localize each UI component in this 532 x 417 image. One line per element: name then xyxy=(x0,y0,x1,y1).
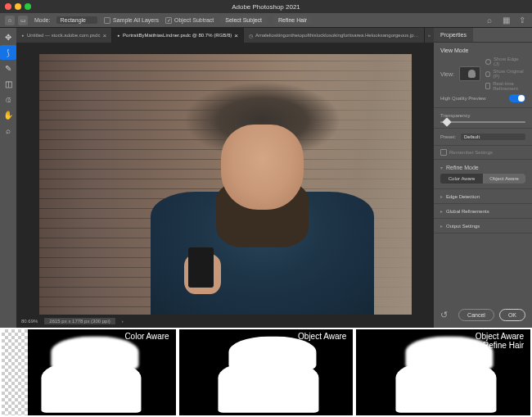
share-icon[interactable]: ⇪ xyxy=(517,16,527,25)
tab-icon: ⬥ xyxy=(21,33,25,38)
radio-icon xyxy=(485,59,491,65)
canvas-icon[interactable]: ▭ xyxy=(18,16,28,25)
properties-tab[interactable]: Properties xyxy=(434,28,473,42)
show-original-option[interactable]: Show Original (P) xyxy=(485,69,525,79)
edge-detection-section[interactable]: ▸ Edge Detection xyxy=(434,189,532,204)
object-aware-button[interactable]: Object Aware xyxy=(483,174,525,184)
checkbox-icon xyxy=(440,149,447,156)
view-mode-thumbnail[interactable] xyxy=(459,66,480,81)
comparison-object-aware: Object Aware xyxy=(179,329,354,415)
window-controls xyxy=(0,3,31,10)
tab-overflow-icon[interactable]: » xyxy=(425,33,434,38)
close-icon[interactable]: × xyxy=(234,32,238,39)
preset-select[interactable]: Default xyxy=(461,134,525,140)
document-tab[interactable]: ⬥ PortraitByMatthiasLindner.psdc @ 80.7%… xyxy=(112,28,244,43)
chevron-right-icon: ▸ xyxy=(440,193,443,199)
transparency-slider[interactable] xyxy=(440,121,525,123)
reset-icon[interactable]: ↺ xyxy=(440,310,448,320)
global-refinements-section[interactable]: ▸ Global Refinements xyxy=(434,204,532,219)
tab-icon: ⬥ xyxy=(117,33,120,38)
workspace-icon[interactable]: ▦ xyxy=(501,16,511,25)
remember-label: Remember Settings xyxy=(449,150,493,155)
output-settings-section[interactable]: ▸ Output Settings xyxy=(434,219,532,233)
brush-tool[interactable]: ✎ xyxy=(0,61,16,75)
panel-tabs: Properties xyxy=(434,28,532,43)
document-info[interactable]: 2615 px x 1778 px (300 ppi) xyxy=(44,318,115,324)
canvas-area xyxy=(16,43,434,315)
quick-select-tool[interactable]: ✥ xyxy=(0,29,16,44)
photoshop-window: Adobe Photoshop 2021 ⌂ ▭ Mode: Rectangle… xyxy=(0,0,532,328)
tool-palette: ✥ ⟆ ✎ ◫ ⟃ ✋ ⌕ xyxy=(0,28,16,328)
document-tab[interactable]: ◷ Amaleliositingonthetopofthislocklosoki… xyxy=(244,28,425,43)
titlebar: Adobe Photoshop 2021 xyxy=(0,0,532,13)
sample-all-layers-checkbox[interactable]: Sample All Layers xyxy=(104,17,159,24)
object-subtract-checkbox[interactable]: ✓ Object Subtract xyxy=(165,17,214,24)
chevron-right-icon: ▸ xyxy=(440,208,443,214)
silhouette-mask xyxy=(203,335,328,413)
document-area: ⬥ Untitled — stock.adobe.com.psdc × ⬥ Po… xyxy=(16,28,434,328)
zoom-tool[interactable]: ⌕ xyxy=(0,123,16,138)
comparison-label: Object Aware xyxy=(298,332,346,341)
close-window-icon[interactable] xyxy=(5,3,11,10)
output-settings-label: Output Settings xyxy=(446,224,480,229)
refine-edge-brush-tool[interactable]: ⟆ xyxy=(0,45,16,60)
slider-thumb-icon xyxy=(442,117,451,126)
checkbox-icon xyxy=(485,83,490,89)
object-select-tool[interactable]: ◫ xyxy=(0,76,16,91)
refine-mode-title: Refine Mode xyxy=(446,165,479,170)
realtime-label: Real-time Refinement xyxy=(493,81,525,91)
panel-footer: ↺ Cancel OK xyxy=(434,302,532,328)
show-edge-label: Show Edge (J) xyxy=(494,57,525,66)
status-bar: 80.69% 2615 px x 1778 px (300 ppi) › xyxy=(16,315,434,328)
comparison-label: Object Aware + Refine Hair xyxy=(476,332,524,350)
chevron-right-icon: ▸ xyxy=(440,223,443,229)
zoom-level[interactable]: 80.69% xyxy=(21,319,38,324)
document-tabs: ⬥ Untitled — stock.adobe.com.psdc × ⬥ Po… xyxy=(16,28,434,43)
color-aware-button[interactable]: Color Aware xyxy=(440,174,483,184)
document-tab[interactable]: ⬥ Untitled — stock.adobe.com.psdc × xyxy=(16,28,112,43)
hq-preview-toggle[interactable] xyxy=(509,94,525,102)
preset-row: Preset: Default xyxy=(434,129,532,146)
comparison-strip: Color Aware Object Aware Object Aware + … xyxy=(0,328,532,417)
person-figure xyxy=(169,80,356,303)
close-icon[interactable]: × xyxy=(102,32,106,39)
ok-button[interactable]: OK xyxy=(499,309,525,321)
view-label: View: xyxy=(440,71,454,77)
tab-label: Untitled — stock.adobe.com.psdc xyxy=(27,33,100,38)
lasso-tool[interactable]: ⟃ xyxy=(0,92,16,107)
face xyxy=(221,125,303,209)
hand-tool[interactable]: ✋ xyxy=(0,107,16,122)
checkbox-icon: ✓ xyxy=(165,17,172,24)
cancel-button[interactable]: Cancel xyxy=(458,309,494,321)
maximize-window-icon[interactable] xyxy=(25,3,31,10)
radio-icon xyxy=(485,71,490,77)
refine-mode-section: ▾ Refine Mode Color Aware Object Aware xyxy=(434,160,532,189)
status-chevron-icon[interactable]: › xyxy=(122,319,124,324)
canvas[interactable] xyxy=(39,54,412,315)
minimize-window-icon[interactable] xyxy=(15,3,21,10)
properties-panel: Properties View Mode View: Show Edge (J) xyxy=(434,28,532,328)
checkbox-icon xyxy=(104,17,110,24)
view-mode-section: View Mode View: Show Edge (J) Show Origi… xyxy=(434,43,532,108)
show-original-label: Show Original (P) xyxy=(493,69,525,79)
chevron-down-icon[interactable]: ▾ xyxy=(440,165,443,170)
options-icons: ⌂ ▭ xyxy=(5,16,28,25)
options-bar: ⌂ ▭ Mode: Rectangle Sample All Layers ✓ … xyxy=(0,13,532,28)
remember-settings-checkbox[interactable]: Remember Settings xyxy=(434,146,532,160)
tab-label: Amaleliositingonthetopofthislocklosoking… xyxy=(255,33,419,38)
realtime-refinement-option[interactable]: Real-time Refinement xyxy=(485,81,525,91)
mode-select[interactable]: Rectangle xyxy=(56,16,97,24)
transparency-label: Transparency xyxy=(440,113,525,118)
home-icon[interactable]: ⌂ xyxy=(5,16,15,25)
object-subtract-label: Object Subtract xyxy=(174,17,214,23)
sample-all-label: Sample All Layers xyxy=(113,17,159,23)
app-title: Adobe Photoshop 2021 xyxy=(232,3,300,11)
search-icon[interactable]: ⌕ xyxy=(485,16,494,25)
select-subject-button[interactable]: Select Subject xyxy=(220,16,267,25)
show-edge-option[interactable]: Show Edge (J) xyxy=(485,57,525,66)
preset-label: Preset: xyxy=(440,134,456,139)
transparency-section: Transparency xyxy=(434,108,532,129)
refine-hair-button[interactable]: Refine Hair xyxy=(273,16,312,25)
view-mode-title: View Mode xyxy=(440,48,525,53)
phone xyxy=(188,247,214,288)
